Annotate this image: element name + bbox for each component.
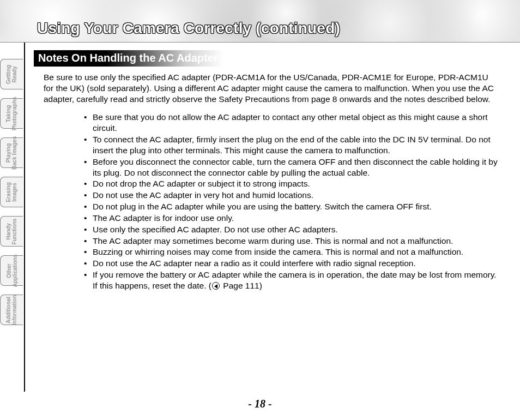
tab-label: OtherApplications: [6, 254, 17, 287]
list-item: Use only the specified AC adapter. Do no…: [84, 224, 498, 235]
list-item: If you remove the battery or AC adapter …: [84, 269, 498, 291]
list-item: The AC adapter is for indoor use only.: [84, 213, 498, 224]
tab-label: ErasingImages: [6, 182, 17, 202]
divider: [24, 43, 25, 392]
list-item-text: Page 111): [221, 281, 262, 290]
list-item: Buzzing or whirring noises may come from…: [84, 247, 498, 257]
tab-label: TakingPhotographs: [6, 97, 17, 130]
tab-label: PlayingBack Images: [6, 136, 17, 169]
page-number: - 18 -: [0, 398, 520, 410]
list-item-text: If you remove the battery or AC adapter …: [93, 270, 497, 290]
tab-additional-information[interactable]: AdditionalInformation: [0, 295, 23, 325]
list-item: Before you disconnect the connector cabl…: [84, 157, 498, 178]
page: Using Your Camera Correctly (continued) …: [0, 0, 520, 420]
list-item: Be sure that you do not allow the AC ada…: [84, 112, 498, 134]
tab-label: GettingReady: [6, 65, 17, 84]
section-heading: Notes On Handling the AC Adapter: [34, 50, 223, 67]
tab-getting-ready[interactable]: GettingReady: [0, 59, 23, 89]
list-item: The AC adapter may sometimes become warm…: [84, 236, 498, 247]
list-item: Do not use the AC adapter near a radio a…: [84, 258, 498, 269]
tab-playing-back-images[interactable]: PlayingBack Images: [0, 137, 23, 168]
tab-taking-photographs[interactable]: TakingPhotographs: [0, 98, 23, 129]
side-tabs: GettingReady TakingPhotographs PlayingBa…: [0, 59, 23, 325]
intro-text: Be sure to use only the specified AC ada…: [44, 72, 498, 104]
list-item: To connect the AC adapter, firmly insert…: [84, 134, 498, 156]
page-ref-icon: [212, 282, 220, 290]
list-item: Do not plug in the AC adapter while you …: [84, 201, 498, 212]
content: Notes On Handling the AC Adapter Be sure…: [34, 50, 508, 292]
bullet-list: Be sure that you do not allow the AC ada…: [84, 112, 498, 291]
list-item: Do not use the AC adapter in very hot an…: [84, 190, 498, 201]
page-title: Using Your Camera Correctly (continued): [37, 20, 340, 37]
tab-erasing-images[interactable]: ErasingImages: [0, 177, 23, 207]
tab-label: AdditionalInformation: [6, 295, 17, 325]
list-item: Do not drop the AC adapter or subject it…: [84, 178, 498, 189]
tab-other-applications[interactable]: OtherApplications: [0, 255, 23, 286]
tab-label: HandyFunctions: [6, 218, 17, 244]
tab-handy-functions[interactable]: HandyFunctions: [0, 216, 23, 247]
